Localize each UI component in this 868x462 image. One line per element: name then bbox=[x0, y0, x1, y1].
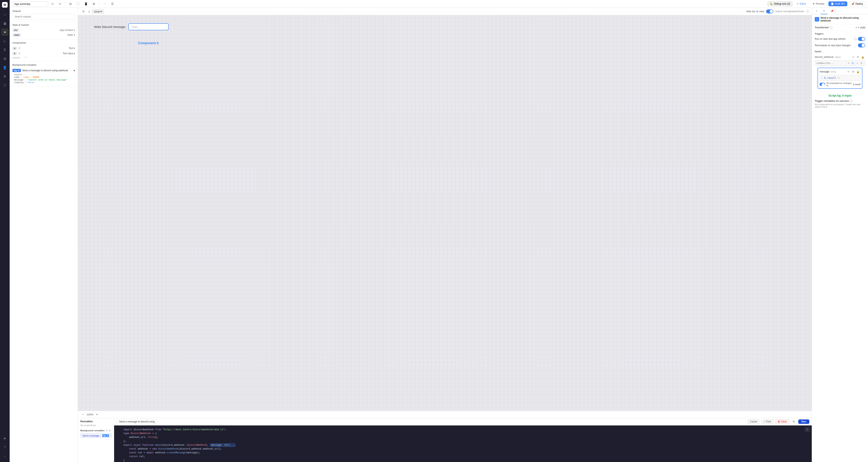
toolbar-separator-1 bbox=[65, 2, 65, 6]
runnable-item-bg0[interactable]: Send a message... bg_0 bbox=[81, 433, 112, 438]
message-section: message string ✏ ⧉ 🔒 1 b.result ⤡ bbox=[817, 68, 862, 89]
no-scripts-text: No scripts/flows bbox=[81, 424, 112, 426]
nav-grid-icon[interactable]: ⊞ bbox=[1, 55, 8, 62]
runnables-list: Runnables No scripts/flows Background ru… bbox=[78, 418, 114, 462]
app-title-input[interactable] bbox=[12, 1, 48, 6]
components-title: Components bbox=[12, 41, 75, 44]
discord-webhook-trash-button[interactable]: 🔒 bbox=[860, 55, 865, 59]
clear-button[interactable]: 🗑 Clear bbox=[775, 419, 789, 424]
right-panel-tabs: + ✦ 📌 bbox=[812, 8, 868, 14]
discord-webhook-input-row: discord_webhook object ✏ ⧉ 🔒 bbox=[815, 55, 865, 59]
hide-bar-toggle[interactable] bbox=[766, 9, 773, 13]
undo-button[interactable]: ↩ bbox=[50, 1, 56, 6]
deploy-label: Deploy bbox=[856, 2, 863, 5]
recompute-label: Recompute on any input changes bbox=[815, 44, 857, 47]
discord-input-box[interactable]: Type... ⤡ bbox=[128, 23, 168, 30]
discord-webhook-edit-button[interactable]: ✏ bbox=[851, 55, 855, 59]
zoom-in-button[interactable]: + bbox=[95, 412, 99, 417]
add-bg-runnable-button[interactable]: + bbox=[109, 429, 111, 432]
desktop-button[interactable]: 🖥 bbox=[91, 1, 97, 6]
draft-button[interactable]: 📄 Draft ⌘S bbox=[829, 1, 847, 6]
refresh-run-button[interactable]: ↻ bbox=[81, 9, 86, 14]
author-info-icon[interactable]: i bbox=[806, 10, 809, 13]
nav-settings-icon[interactable]: ⚙ bbox=[1, 73, 8, 80]
debug-label: Debug runs (3) bbox=[774, 2, 790, 5]
run-button[interactable]: Run bbox=[798, 420, 809, 424]
sidebar-toggle-button[interactable]: ☰ bbox=[110, 1, 115, 6]
run-on-start-info-icon[interactable]: i bbox=[854, 38, 857, 40]
editor-label: Editor bbox=[800, 2, 806, 5]
code-line-10: } bbox=[117, 459, 808, 462]
preview-button[interactable]: 👁 Preview bbox=[810, 1, 827, 6]
state-row: state State ▾ bbox=[12, 33, 75, 37]
preview-label: Preview bbox=[816, 2, 825, 5]
right-panel-header: ⬡ Send a message to discord using webhoo… bbox=[812, 14, 868, 24]
canvas-content: Write Discord message: Type... ⤡ Compone… bbox=[78, 15, 812, 411]
state-type: State ▾ bbox=[67, 34, 75, 36]
webhook-url-edit-button[interactable]: ✏ bbox=[851, 61, 855, 65]
nav-eye-icon[interactable]: 👁 bbox=[1, 435, 8, 442]
tab-pin[interactable]: 📌 bbox=[828, 8, 836, 14]
more-options-button[interactable]: ⋯ bbox=[102, 1, 108, 6]
component-b-canvas-label: Component b bbox=[118, 41, 179, 45]
nav-users-icon[interactable]: 👤 bbox=[1, 64, 8, 71]
message-lock-button[interactable]: 🔒 bbox=[856, 70, 860, 74]
runnable-tab[interactable]: Send a message to discord using bbox=[117, 419, 157, 424]
transformer-info-icon[interactable]: i bbox=[830, 26, 832, 29]
nav-home-icon[interactable]: ⌂ bbox=[1, 11, 8, 18]
message-edit-button[interactable]: ✏ bbox=[847, 70, 850, 74]
cache-button[interactable]: Cache bbox=[747, 419, 760, 424]
tab-add[interactable]: + bbox=[813, 8, 820, 14]
hide-bar-label: Hide bar on view bbox=[746, 10, 764, 13]
nav-star-icon[interactable]: ✦ bbox=[1, 29, 8, 36]
editor-button[interactable]: ✏ Editor bbox=[794, 1, 808, 6]
bg-runnables-title: Background runnables bbox=[12, 64, 75, 66]
tab-components[interactable]: ✦ bbox=[820, 8, 828, 14]
redo-button[interactable]: ↪ bbox=[57, 1, 63, 6]
message-expand-button[interactable]: ⤡ bbox=[837, 76, 840, 79]
webhook-url-add-button[interactable]: + bbox=[856, 61, 859, 65]
transformer-add-button[interactable]: + + Add bbox=[856, 26, 865, 29]
webhook-url-refresh-button[interactable]: ↻ bbox=[860, 61, 863, 65]
zoom-toolbar: − 100% + bbox=[78, 411, 812, 418]
message-copy-button[interactable]: ⧉ bbox=[851, 70, 855, 74]
mobile-button[interactable]: 📱 bbox=[83, 1, 89, 6]
message-type: string bbox=[831, 70, 836, 73]
discord-webhook-copy-button[interactable]: ⧉ bbox=[856, 55, 860, 59]
reevaluate-value: b.result bbox=[853, 83, 860, 86]
comp-b-result: result : "" bbox=[12, 56, 75, 59]
fork-button[interactable]: ⑂ Fork bbox=[761, 419, 774, 424]
trigger-success-info-icon[interactable]: i bbox=[850, 100, 852, 102]
nav-chart-icon[interactable]: ▦ bbox=[1, 20, 8, 27]
nav-dollar-icon[interactable]: $ bbox=[1, 46, 8, 54]
fullscreen-button[interactable]: ⛶ bbox=[75, 1, 81, 6]
webhook-url-clear-button[interactable]: × bbox=[847, 61, 850, 65]
recompute-toggle[interactable] bbox=[858, 43, 865, 47]
debug-runs-button[interactable]: 🐛 Debug runs (3) bbox=[767, 1, 793, 6]
refresh-code-button[interactable]: ↻ bbox=[791, 419, 797, 424]
frequency-selector[interactable]: once ▾ bbox=[92, 9, 104, 14]
align-button[interactable]: ⊟ bbox=[68, 1, 73, 6]
component-b-row[interactable]: b ↺ Text Input ▴ bbox=[12, 51, 75, 56]
components-section: Components a ↺ Text ▾ b ↺ bbox=[10, 39, 78, 62]
nav-play-icon[interactable]: ▷ bbox=[1, 37, 8, 44]
inputs-section: discord_webhook object ✏ ⧉ 🔒 u/henri/te.… bbox=[812, 54, 868, 92]
bg-runnables-list-title: Background runnables bbox=[81, 429, 104, 432]
nav-help-icon[interactable]: ? bbox=[1, 444, 8, 451]
reevaluate-row: Re-evaluated on changes to: b.result bbox=[819, 82, 860, 87]
search-outputs-input[interactable] bbox=[12, 14, 75, 20]
nav-expand-icon[interactable]: › bbox=[1, 453, 8, 460]
message-code-editor[interactable]: 1 b.result ⤡ bbox=[819, 75, 860, 81]
copy-code-button[interactable]: ⧉ bbox=[805, 427, 810, 432]
component-a-row[interactable]: a ↺ Text ▾ bbox=[12, 45, 75, 51]
nav-package-icon[interactable]: ⬡ bbox=[1, 81, 8, 89]
zoom-out-button[interactable]: − bbox=[81, 412, 85, 417]
deploy-button[interactable]: 🚀 Deploy bbox=[849, 1, 866, 6]
code-line-8: const ret = await webhook.createMessage(… bbox=[117, 451, 808, 455]
run-on-start-toggle[interactable] bbox=[858, 37, 865, 41]
add-icon: + bbox=[856, 26, 857, 29]
right-panel-title: Send a message to discord using webhook bbox=[820, 16, 865, 22]
reevaluate-toggle[interactable] bbox=[819, 83, 825, 86]
draft-icon: 📄 bbox=[831, 2, 834, 5]
bg-0-header[interactable]: bg_0 Send a message to discord using web… bbox=[12, 68, 75, 73]
